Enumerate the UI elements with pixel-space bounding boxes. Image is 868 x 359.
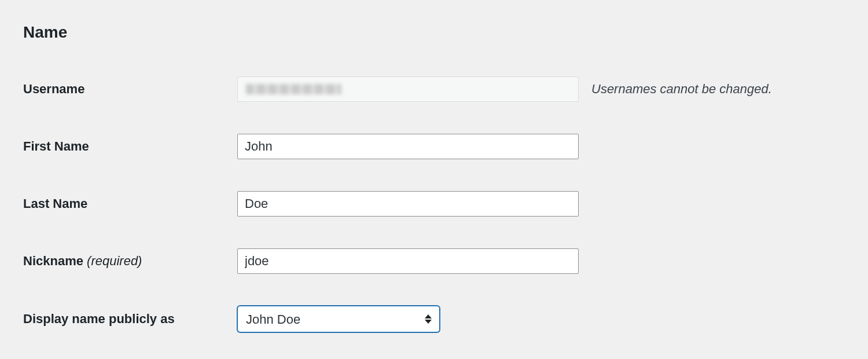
username-hint: Usernames cannot be changed. — [579, 82, 772, 97]
last-name-field[interactable] — [237, 191, 579, 217]
first-name-row: First Name — [23, 134, 845, 159]
username-label: Username — [23, 82, 237, 97]
first-name-label: First Name — [23, 139, 237, 154]
nickname-required-text: (required) — [87, 254, 142, 268]
nickname-row: Nickname (required) — [23, 248, 845, 274]
username-field — [237, 76, 579, 102]
nickname-label-text: Nickname — [23, 254, 83, 268]
display-name-select[interactable]: John Doe — [237, 306, 440, 332]
nickname-field[interactable] — [237, 248, 579, 274]
last-name-label: Last Name — [23, 196, 237, 211]
display-name-row: Display name publicly as John Doe — [23, 306, 845, 332]
username-row: Username Usernames cannot be changed. — [23, 76, 845, 102]
nickname-label: Nickname (required) — [23, 254, 237, 269]
last-name-row: Last Name — [23, 191, 845, 217]
username-blurred-value — [246, 84, 341, 94]
display-name-label: Display name publicly as — [23, 312, 237, 327]
section-heading: Name — [23, 23, 845, 42]
first-name-field[interactable] — [237, 134, 579, 159]
